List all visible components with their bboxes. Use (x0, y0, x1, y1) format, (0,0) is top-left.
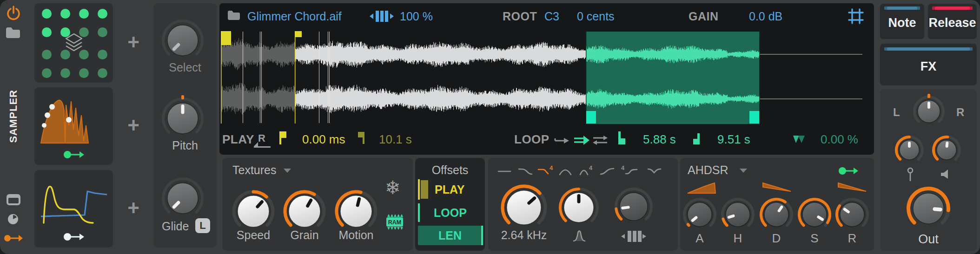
speed-knob[interactable] (230, 188, 277, 234)
glide-knob-label: Glide (162, 220, 189, 233)
loop-mode-off-icon[interactable] (554, 135, 570, 145)
loop-end-marker-icon[interactable] (693, 132, 701, 144)
loop-end-value[interactable]: 9.51 s (717, 132, 750, 147)
release-knob[interactable] (834, 196, 871, 233)
offset-loop-row[interactable]: LOOP (415, 203, 485, 222)
play-start-value[interactable]: 0.00 ms (302, 132, 345, 147)
mod-out-green-icon[interactable] (63, 149, 85, 161)
power-icon[interactable] (5, 5, 22, 22)
waveform-display[interactable] (220, 26, 873, 124)
layers-icon (64, 32, 84, 52)
filter-type-bp2-icon[interactable] (560, 170, 571, 175)
device-name: SAMPLER (7, 90, 20, 143)
envelope-mod-out-icon[interactable] (838, 165, 859, 177)
filter-resonance-knob[interactable] (556, 185, 601, 230)
pan-right-label: R (956, 106, 964, 119)
loop-mode-pingpong-icon[interactable] (592, 135, 609, 146)
envelope-title[interactable]: AHDSR (688, 163, 728, 177)
filter-keytrack-knob[interactable] (612, 185, 655, 228)
release-label: R (838, 231, 866, 246)
select-knob[interactable] (159, 17, 206, 64)
add-modulator-button-2[interactable]: + (117, 196, 150, 220)
filter-type-bp4-icon[interactable]: 4 (580, 164, 593, 175)
add-layer-button[interactable]: + (117, 31, 150, 54)
reverse-icon[interactable]: R (254, 132, 271, 148)
device-name-vertical: SAMPLER (0, 65, 27, 167)
sample-display-panel: Glimmer Chord.aif 100 % ROOT C3 0 cents … (219, 3, 874, 155)
add-modulator-button-1[interactable]: + (117, 114, 150, 137)
loop-mode-forward-icon[interactable] (573, 135, 590, 146)
root-note-value[interactable]: C3 (544, 10, 559, 23)
play-end-value[interactable]: 10.1 s (379, 132, 412, 147)
zoom-frame-icon[interactable] (848, 8, 864, 25)
offset-play-row[interactable]: PLAY (415, 179, 485, 200)
loop-crossfade-icon[interactable] (792, 134, 807, 144)
offset-len-row[interactable]: LEN (415, 226, 485, 245)
play-start-flag-icon[interactable] (279, 131, 287, 144)
filter-type-notch-icon[interactable] (648, 169, 661, 173)
freeze-icon[interactable]: ❄ (385, 178, 401, 197)
filter-type-lp2-icon[interactable] (519, 169, 532, 174)
envelope-curves (38, 176, 109, 228)
tab-release[interactable]: Release (928, 4, 977, 39)
decay-knob[interactable] (758, 196, 795, 233)
timebase-clock-icon[interactable] (7, 213, 19, 225)
offsets-panel: Offsets PLAY LOOP LEN (415, 158, 485, 251)
tab-note[interactable]: Note (880, 4, 924, 39)
play-mode-title[interactable]: Textures (232, 163, 276, 177)
filter-type-hp4-icon[interactable]: 4 (621, 164, 637, 174)
keytrack-key-icon (906, 167, 915, 182)
attack-knob[interactable] (681, 196, 718, 233)
glide-knob[interactable] (159, 175, 206, 221)
envelope-dropdown-icon[interactable] (740, 169, 747, 173)
sample-file-name[interactable]: Glimmer Chord.aif (247, 10, 342, 23)
root-detune-value[interactable]: 0 cents (577, 10, 615, 23)
play-end-flag-icon[interactable] (358, 132, 364, 144)
loop-crossfade-value[interactable]: 0.00 % (821, 132, 858, 147)
pitch-knob[interactable] (159, 95, 206, 142)
decay-shape-icon (762, 181, 792, 194)
sample-folder-icon[interactable] (227, 9, 241, 21)
sustain-knob[interactable] (796, 196, 833, 233)
filter-type-lp4-icon[interactable]: 4 (538, 164, 553, 174)
layer-grid-dot[interactable] (79, 9, 89, 19)
layer-grid-dot[interactable] (42, 50, 52, 59)
tab-fx[interactable]: FX (880, 44, 977, 85)
play-mode-dropdown-icon[interactable] (284, 169, 291, 173)
loop-start-marker-icon[interactable] (618, 131, 627, 144)
mod-out-white-icon[interactable] (63, 231, 85, 243)
pan-knob[interactable] (911, 94, 947, 129)
modulator-slot-envelope-follower[interactable] (34, 87, 113, 165)
motion-knob[interactable] (333, 188, 379, 234)
filter-cutoff-knob[interactable] (499, 182, 549, 233)
glide-legato-badge[interactable]: L (195, 218, 210, 233)
modulation-route-icon[interactable] (4, 233, 23, 243)
envelope-follower-curve (38, 91, 109, 146)
loop-start-value[interactable]: 5.88 s (643, 132, 676, 147)
layer-grid-dot[interactable] (42, 9, 52, 19)
filter-type-hp2-icon[interactable] (601, 169, 614, 174)
layer-grid-dot[interactable] (98, 27, 107, 37)
layer-grid-dot[interactable] (79, 68, 89, 78)
layer-grid-dot[interactable] (98, 50, 107, 59)
browse-folder-icon[interactable] (5, 26, 21, 39)
layer-grid-slot[interactable] (34, 3, 113, 83)
layer-grid-dot[interactable] (60, 9, 70, 19)
gain-value[interactable]: 0.0 dB (749, 10, 782, 23)
layer-grid-dot[interactable] (98, 68, 107, 78)
stretch-keyboard-icon[interactable] (369, 10, 394, 22)
layer-grid-dot[interactable] (42, 68, 52, 78)
grain-knob[interactable] (281, 188, 328, 234)
stretch-amount-value[interactable]: 100 % (400, 10, 433, 23)
modulator-slot-envelopes[interactable] (34, 170, 113, 247)
out-volume-knob[interactable] (904, 184, 953, 233)
hold-knob[interactable] (719, 196, 756, 233)
layer-grid-dot[interactable] (42, 27, 52, 37)
layer-grid-dot[interactable] (60, 68, 70, 78)
velocity-amount-knob[interactable] (931, 134, 962, 166)
window-view-icon[interactable] (6, 194, 21, 206)
layer-grid-dot[interactable] (98, 9, 107, 19)
filter-cutoff-value[interactable]: 2.64 kHz (493, 228, 555, 242)
keytrack-amount-knob[interactable] (894, 134, 925, 166)
ram-mode-icon[interactable]: RAM (386, 214, 404, 230)
